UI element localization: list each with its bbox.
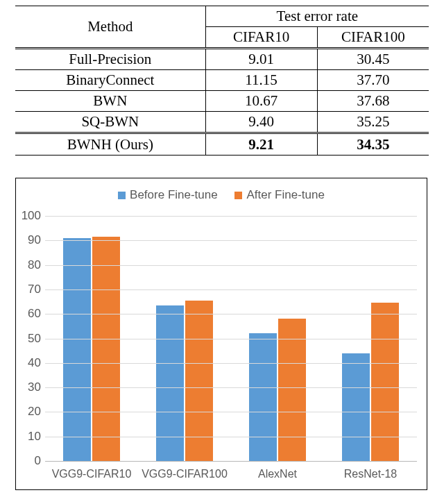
gridline <box>45 387 417 388</box>
x-tick-label: VGG9-CIFAR100 <box>138 468 231 480</box>
gridline <box>45 437 417 437</box>
row-c10: 11.15 <box>205 70 317 91</box>
bar-after <box>278 319 306 461</box>
row-c100: 37.68 <box>317 91 429 112</box>
y-tick-label: 90 <box>20 233 41 247</box>
results-table: Method Test error rate CIFAR10 CIFAR100 … <box>15 6 429 156</box>
legend-after: After Fine-tune <box>234 188 324 202</box>
gridline <box>45 240 417 241</box>
swatch-before-icon <box>118 192 126 199</box>
row-method: Full-Precision <box>15 49 205 70</box>
y-tick-label: 50 <box>20 332 41 346</box>
th-method: Method <box>15 6 205 49</box>
x-tick-label: ResNet-18 <box>324 468 417 480</box>
y-tick-label: 30 <box>20 380 41 394</box>
plot-area: VGG9-CIFAR10VGG9-CIFAR100AlexNetResNet-1… <box>45 216 417 462</box>
th-cifar10: CIFAR10 <box>205 27 317 49</box>
y-tick-label: 70 <box>20 283 41 296</box>
gridline <box>45 265 417 266</box>
y-tick-label: 100 <box>20 209 41 223</box>
gridline <box>45 289 417 290</box>
row-method: BWN <box>15 91 205 112</box>
gridline <box>45 216 417 217</box>
chart-legend: Before Fine-tune After Fine-tune <box>16 188 427 202</box>
row-method: SQ-BWN <box>15 112 205 133</box>
gridline <box>45 363 417 364</box>
y-tick-label: 40 <box>20 356 41 370</box>
gridline <box>45 339 417 339</box>
y-tick-label: 60 <box>20 307 41 321</box>
x-tick-label: VGG9-CIFAR10 <box>45 468 138 480</box>
x-tick-label: AlexNet <box>231 468 324 480</box>
row-c10: 10.67 <box>205 91 317 112</box>
th-cifar100: CIFAR100 <box>317 27 429 49</box>
row-c10: 9.40 <box>205 112 317 133</box>
bar-before <box>156 305 184 461</box>
finetune-bar-chart: Before Fine-tune After Fine-tune VGG9-CI… <box>15 178 427 490</box>
row-ours-method: BWNH (Ours) <box>15 133 205 156</box>
row-method: BinaryConnect <box>15 70 205 91</box>
bar-before <box>249 333 277 461</box>
bar-after <box>92 237 120 461</box>
bar-before <box>63 238 91 461</box>
row-c10: 9.01 <box>205 49 317 70</box>
bar-before <box>342 353 370 461</box>
y-tick-label: 0 <box>20 454 41 468</box>
row-c100: 30.45 <box>317 49 429 70</box>
row-c100: 37.70 <box>317 70 429 91</box>
gridline <box>45 412 417 412</box>
row-ours-c10: 9.21 <box>205 133 317 156</box>
y-tick-label: 10 <box>20 430 41 444</box>
y-tick-label: 80 <box>20 258 41 272</box>
swatch-after-icon <box>234 192 242 199</box>
row-ours-c100: 34.35 <box>317 133 429 156</box>
y-tick-label: 20 <box>20 405 41 419</box>
row-c100: 35.25 <box>317 112 429 133</box>
gridline <box>45 314 417 314</box>
th-spanning: Test error rate <box>205 6 429 27</box>
bar-after <box>371 303 399 461</box>
legend-before: Before Fine-tune <box>118 188 218 202</box>
